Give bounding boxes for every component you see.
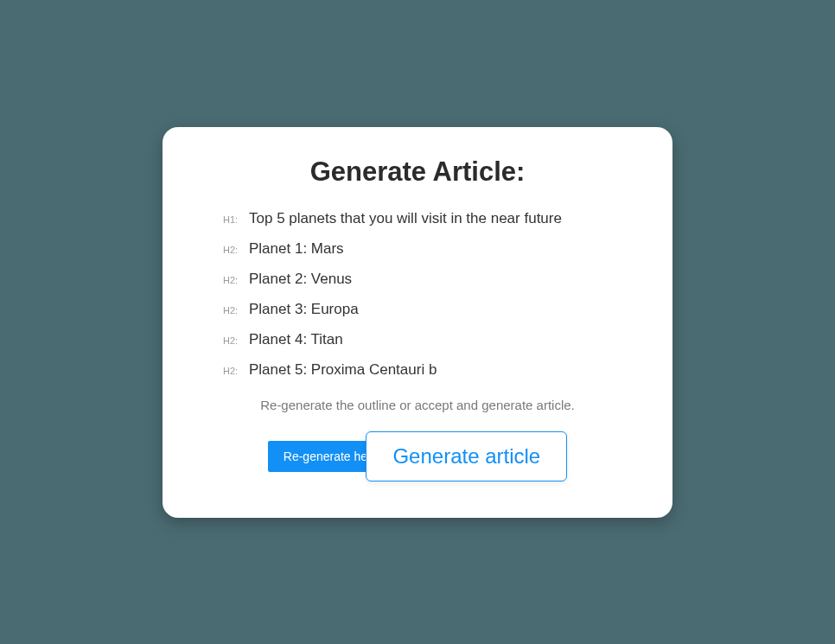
heading-level-tag: H2: bbox=[223, 366, 240, 376]
helper-text: Re-generate the outline or accept and ge… bbox=[197, 398, 638, 412]
heading-level-tag: H1: bbox=[223, 214, 240, 225]
outline-item-label: Planet 5: Proxima Centauri b bbox=[249, 361, 437, 379]
outline-item: H2: Planet 3: Europa bbox=[223, 301, 638, 318]
outline-item: H2: Planet 1: Mars bbox=[223, 240, 638, 258]
outline-item: H2: Planet 2: Venus bbox=[223, 271, 638, 288]
outline-item-label: Planet 3: Europa bbox=[249, 301, 359, 318]
outline-item-label: Top 5 planets that you will visit in the… bbox=[249, 210, 562, 227]
outline-item-label: Planet 1: Mars bbox=[249, 240, 344, 258]
outline-item: H2: Planet 4: Titan bbox=[223, 331, 638, 348]
generate-article-button[interactable]: Generate article bbox=[366, 431, 567, 481]
outline-item-label: Planet 4: Titan bbox=[249, 331, 343, 348]
outline-list: H1: Top 5 planets that you will visit in… bbox=[197, 210, 638, 379]
card-title: Generate Article: bbox=[197, 156, 638, 188]
outline-item-label: Planet 2: Venus bbox=[249, 271, 352, 288]
outline-item: H1: Top 5 planets that you will visit in… bbox=[223, 210, 638, 227]
heading-level-tag: H2: bbox=[223, 275, 240, 285]
heading-level-tag: H2: bbox=[223, 245, 240, 255]
heading-level-tag: H2: bbox=[223, 305, 240, 316]
button-row: Re-generate headlines Generate article bbox=[197, 431, 638, 481]
heading-level-tag: H2: bbox=[223, 335, 240, 346]
article-generator-card: Generate Article: H1: Top 5 planets that… bbox=[163, 127, 672, 518]
outline-item: H2: Planet 5: Proxima Centauri b bbox=[223, 361, 638, 379]
